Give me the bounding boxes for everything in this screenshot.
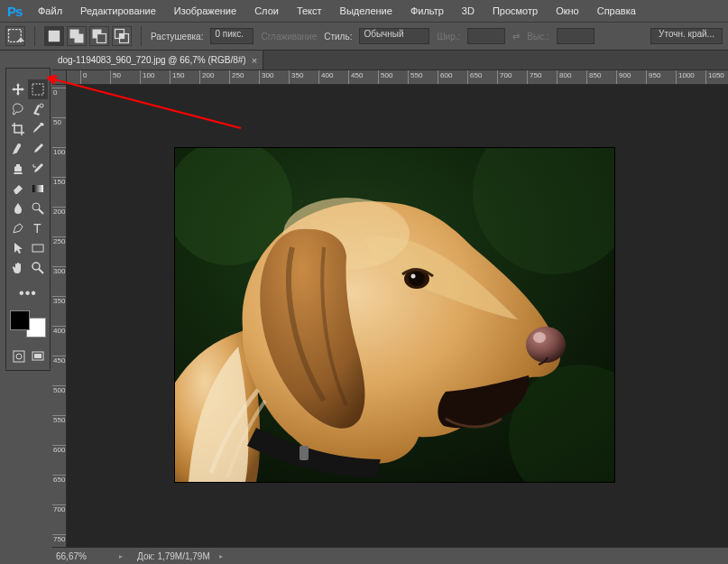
ruler-tick: 500 xyxy=(52,385,66,394)
spot-healing-brush-tool[interactable] xyxy=(8,139,28,159)
svg-point-13 xyxy=(32,203,40,210)
svg-rect-15 xyxy=(32,245,43,252)
move-tool[interactable] xyxy=(8,79,28,99)
clone-stamp-tool[interactable] xyxy=(8,159,28,179)
document-area: dog-1194083_960_720.jpg @ 66,7% (RGB/8#)… xyxy=(52,51,728,564)
menu-filter[interactable]: Фильтр xyxy=(401,0,453,22)
ruler-tick: 450 xyxy=(52,356,66,365)
selection-mode-group xyxy=(44,26,132,46)
style-select[interactable]: Обычный xyxy=(359,28,429,44)
ruler-tick: 500 xyxy=(378,70,392,84)
doc-info[interactable]: Док: 1,79M/1,79M xyxy=(137,551,210,561)
app-logo: Ps xyxy=(4,2,29,20)
quick-selection-tool[interactable] xyxy=(28,99,48,119)
ruler-tick: 300 xyxy=(52,266,66,275)
gradient-tool[interactable] xyxy=(28,179,48,199)
ruler-tick: 50 xyxy=(52,117,66,126)
ruler-tick: 700 xyxy=(52,504,66,513)
new-selection-icon[interactable] xyxy=(44,26,64,46)
current-tool-preset[interactable] xyxy=(5,26,25,46)
menu-help[interactable]: Справка xyxy=(588,0,645,22)
svg-rect-8 xyxy=(120,34,124,39)
ruler-tick: 100 xyxy=(52,147,66,156)
foreground-color-swatch[interactable] xyxy=(10,310,30,330)
ruler-tick: 0 xyxy=(52,88,66,97)
vertical-ruler[interactable]: 0501001502002503003504004505005506006507… xyxy=(52,85,67,547)
width-label: Шир.: xyxy=(437,32,460,42)
ruler-tick: 750 xyxy=(52,534,66,543)
svg-point-26 xyxy=(526,327,566,363)
intersect-selection-icon[interactable] xyxy=(112,26,132,46)
eraser-tool[interactable] xyxy=(8,179,28,199)
ruler-tick: 800 xyxy=(557,70,571,84)
canvas-image xyxy=(175,148,614,482)
hand-tool[interactable] xyxy=(8,258,28,278)
horizontal-type-tool[interactable]: T xyxy=(28,218,48,238)
svg-rect-20 xyxy=(34,354,41,358)
pen-tool[interactable] xyxy=(8,218,28,238)
zoom-tool[interactable] xyxy=(28,258,48,278)
svg-point-29 xyxy=(409,272,425,286)
dodge-tool[interactable] xyxy=(28,199,48,218)
path-selection-tool[interactable] xyxy=(8,238,28,258)
menu-view[interactable]: Просмотр xyxy=(484,0,547,22)
crop-tool[interactable] xyxy=(8,119,28,139)
menu-image[interactable]: Изображение xyxy=(165,0,245,22)
ruler-tick: 400 xyxy=(52,326,66,335)
ruler-tick: 100 xyxy=(140,70,154,84)
history-brush-tool[interactable] xyxy=(28,159,48,179)
screen-mode[interactable] xyxy=(29,347,46,366)
ruler-tick: 700 xyxy=(497,70,511,84)
svg-point-10 xyxy=(40,104,43,107)
rectangle-tool[interactable] xyxy=(28,238,48,258)
close-icon[interactable]: × xyxy=(252,55,257,66)
tools-panel-header[interactable] xyxy=(8,70,48,78)
svg-point-27 xyxy=(533,332,546,343)
ruler-tick: 200 xyxy=(199,70,214,84)
svg-rect-3 xyxy=(75,34,84,43)
document-tab[interactable]: dog-1194083_960_720.jpg @ 66,7% (RGB/8#)… xyxy=(52,51,263,69)
ruler-tick: 450 xyxy=(348,70,363,84)
subtract-selection-icon[interactable] xyxy=(89,26,109,46)
menu-layer[interactable]: Слои xyxy=(245,0,288,22)
add-selection-icon[interactable] xyxy=(67,26,87,46)
tools-panel: T ••• xyxy=(5,68,51,371)
blur-tool[interactable] xyxy=(8,199,28,218)
height-label: Выс.: xyxy=(527,32,548,42)
antialias-label: Сглаживание xyxy=(261,32,317,42)
feather-input[interactable]: 0 пикс. xyxy=(210,28,253,44)
canvas-viewport[interactable] xyxy=(67,85,728,547)
ruler-origin[interactable] xyxy=(52,70,67,85)
brush-tool[interactable] xyxy=(28,139,48,159)
svg-text:T: T xyxy=(33,221,41,236)
svg-rect-9 xyxy=(32,84,43,95)
menu-file[interactable]: Файл xyxy=(29,0,71,22)
zoom-menu-icon[interactable]: ▸ xyxy=(119,552,128,560)
refine-edge-button[interactable]: Уточн. край... xyxy=(650,28,723,44)
ruler-tick: 750 xyxy=(527,70,541,84)
separator xyxy=(34,26,35,46)
rectangular-marquee-tool[interactable] xyxy=(28,79,48,99)
ruler-tick: 1000 xyxy=(676,70,695,84)
eyedropper-tool[interactable] xyxy=(28,119,48,139)
svg-point-18 xyxy=(16,354,22,359)
menu-window[interactable]: Окно xyxy=(547,0,588,22)
color-swatches[interactable] xyxy=(8,309,48,339)
lasso-tool[interactable] xyxy=(8,99,28,119)
ruler-tick: 150 xyxy=(52,177,66,186)
menu-select[interactable]: Выделение xyxy=(331,0,401,22)
status-bar: 66,67% ▸ Док: 1,79M/1,79M ▸ xyxy=(52,547,728,564)
ruler-tick: 550 xyxy=(408,70,422,84)
quick-mask-mode[interactable] xyxy=(10,347,27,366)
doc-info-menu-icon[interactable]: ▸ xyxy=(219,552,228,560)
horizontal-ruler[interactable]: 1501005005010015020025030035040045050055… xyxy=(67,70,728,85)
edit-toolbar[interactable]: ••• xyxy=(8,283,48,303)
menu-3d[interactable]: 3D xyxy=(453,0,484,22)
height-input xyxy=(557,28,594,44)
menu-edit[interactable]: Редактирование xyxy=(71,0,165,22)
feather-label: Растушевка: xyxy=(151,32,203,42)
ruler-tick: 250 xyxy=(229,70,244,84)
ruler-tick: 0 xyxy=(80,70,87,84)
zoom-level[interactable]: 66,67% xyxy=(56,551,110,561)
menu-text[interactable]: Текст xyxy=(288,0,331,22)
